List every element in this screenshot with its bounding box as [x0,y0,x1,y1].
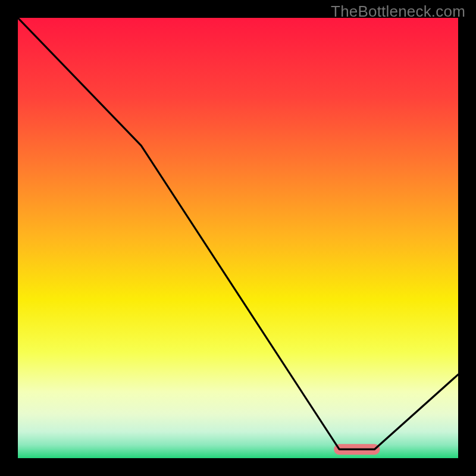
plot-area [18,18,458,458]
chart-frame: TheBottleneck.com [0,0,476,476]
gradient-background [18,18,458,458]
line-chart [18,18,458,458]
